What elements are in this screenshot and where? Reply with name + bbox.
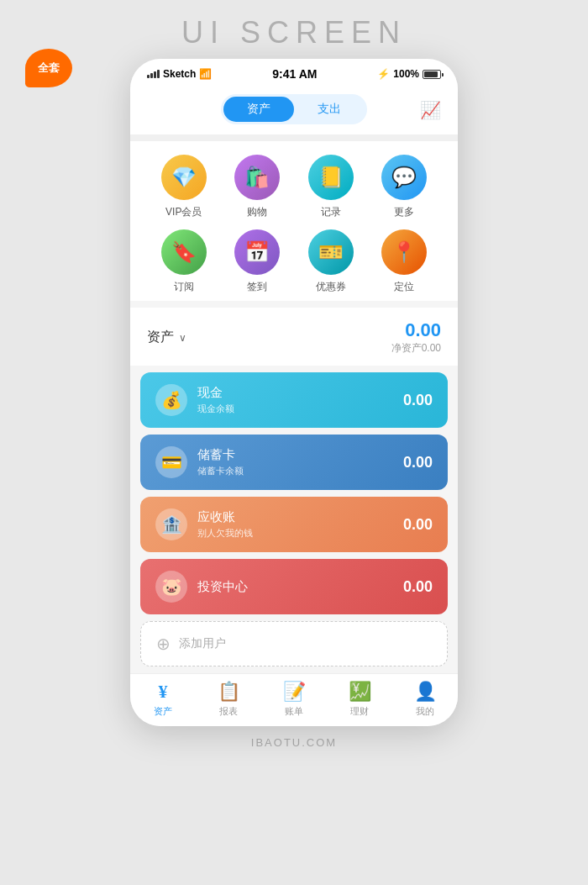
investment-title: 投资中心 (197, 579, 248, 595)
app-item-checkin[interactable]: 📅 签到 (221, 229, 295, 294)
wifi-icon: 📶 (199, 68, 212, 80)
card-investment[interactable]: 🐷 投资中心 0.00 (140, 559, 448, 614)
add-user-label: 添加用户 (179, 636, 226, 651)
checkin-icon: 📅 (244, 240, 270, 264)
finance-nav-icon: 💹 (349, 681, 371, 703)
report-nav-icon: 📋 (218, 681, 240, 703)
app-label-subscribe: 订阅 (174, 280, 194, 294)
cash-subtitle: 现金余额 (197, 403, 234, 415)
receivable-title: 应收账 (197, 509, 253, 525)
asset-nav-icon: ¥ (159, 681, 168, 703)
app-label-checkin: 签到 (247, 280, 267, 294)
coupon-icon: 🎫 (318, 240, 344, 264)
app-item-record[interactable]: 📒 记录 (294, 155, 368, 219)
subscribe-icon: 🔖 (171, 240, 197, 264)
nav-item-asset[interactable]: ¥ 资产 (138, 681, 188, 718)
add-user-icon: ⊕ (156, 634, 171, 654)
nav-item-mine[interactable]: 👤 我的 (400, 681, 450, 718)
nav-label-report: 报表 (219, 705, 238, 718)
app-item-location[interactable]: 📍 定位 (368, 229, 442, 294)
nav-label-mine: 我的 (416, 705, 434, 718)
tab-toggle: 资产 支出 (221, 94, 367, 124)
app-label-record: 记录 (321, 205, 341, 219)
savings-icon: 💳 (161, 452, 182, 472)
card-cash[interactable]: 💰 现金 现金余额 0.00 (140, 372, 448, 428)
asset-title-label: 资产 (147, 329, 174, 346)
mine-nav-icon: 👤 (414, 681, 437, 703)
investment-icon: 🐷 (161, 577, 182, 597)
app-item-coupon[interactable]: 🎫 优惠券 (294, 229, 368, 294)
more-icon: 💬 (391, 166, 417, 189)
ledger-nav-icon: 📝 (283, 681, 306, 703)
nav-item-report[interactable]: 📋 报表 (203, 681, 254, 718)
receivable-icon: 🏦 (161, 514, 182, 535)
cash-icon: 💰 (161, 390, 182, 410)
nav-label-ledger: 账单 (285, 705, 303, 718)
asset-chevron-icon[interactable]: ∨ (179, 332, 186, 344)
nav-item-ledger[interactable]: 📝 账单 (269, 681, 319, 718)
cash-amount: 0.00 (403, 392, 433, 409)
investment-amount: 0.00 (403, 578, 433, 596)
app-label-shop: 购物 (247, 205, 267, 219)
tab-asset[interactable]: 资产 (223, 97, 294, 122)
add-user-section[interactable]: ⊕ 添加用户 (140, 621, 448, 666)
cash-title: 现金 (197, 385, 234, 401)
receivable-amount: 0.00 (403, 516, 433, 534)
carrier-label: Sketch (163, 68, 196, 80)
location-icon: 📍 (391, 240, 417, 264)
nav-label-finance: 理财 (350, 705, 369, 718)
nav-item-finance[interactable]: 💹 理财 (334, 681, 385, 718)
app-label-more: 更多 (394, 205, 414, 219)
record-icon: 📒 (318, 166, 344, 189)
app-item-vip[interactable]: 💎 VIP会员 (147, 155, 221, 219)
bottom-nav: ¥ 资产 📋 报表 📝 账单 💹 理财 👤 我的 (130, 673, 458, 726)
app-grid-section: 💎 VIP会员 🛍️ 购物 📒 记录 💬 更多 (130, 141, 458, 301)
quantao-badge: 全套 (25, 49, 72, 87)
account-cards: 💰 现金 现金余额 0.00 💳 储蓄卡 储蓄卡余额 0.00 (130, 372, 458, 621)
vip-icon: 💎 (171, 166, 197, 189)
app-label-location: 定位 (394, 280, 414, 294)
bottom-label: IBAOTU.COM (251, 736, 337, 749)
app-item-more[interactable]: 💬 更多 (368, 155, 442, 219)
app-label-coupon: 优惠券 (316, 280, 346, 294)
asset-amount: 0.00 (391, 319, 441, 341)
nav-label-asset: 资产 (154, 705, 172, 718)
shop-icon: 🛍️ (244, 166, 270, 189)
status-bar: Sketch 📶 9:41 AM ⚡ 100% (130, 59, 458, 86)
receivable-subtitle: 别人欠我的钱 (197, 527, 253, 540)
app-item-subscribe[interactable]: 🔖 订阅 (147, 229, 221, 294)
header-area: 资产 支出 📈 (130, 86, 458, 134)
app-item-shop[interactable]: 🛍️ 购物 (221, 155, 295, 219)
asset-summary: 资产 ∨ 0.00 净资产0.00 (130, 308, 458, 366)
card-receivable[interactable]: 🏦 应收账 别人欠我的钱 0.00 (140, 497, 448, 552)
bluetooth-icon: ⚡ (377, 68, 390, 80)
chart-icon[interactable]: 📈 (420, 100, 441, 120)
tab-expense[interactable]: 支出 (294, 97, 365, 122)
savings-title: 储蓄卡 (197, 447, 244, 463)
phone-frame: Sketch 📶 9:41 AM ⚡ 100% 资产 支出 📈 💎 VIP会员 (130, 59, 458, 726)
battery-label: 100% (393, 68, 419, 80)
app-label-vip: VIP会员 (165, 205, 202, 219)
time-label: 9:41 AM (272, 67, 317, 81)
savings-amount: 0.00 (403, 454, 433, 471)
savings-subtitle: 储蓄卡余额 (197, 465, 244, 477)
asset-net: 净资产0.00 (391, 341, 441, 356)
page-title: UI SCREEN (181, 15, 407, 50)
card-savings[interactable]: 💳 储蓄卡 储蓄卡余额 0.00 (140, 435, 448, 490)
